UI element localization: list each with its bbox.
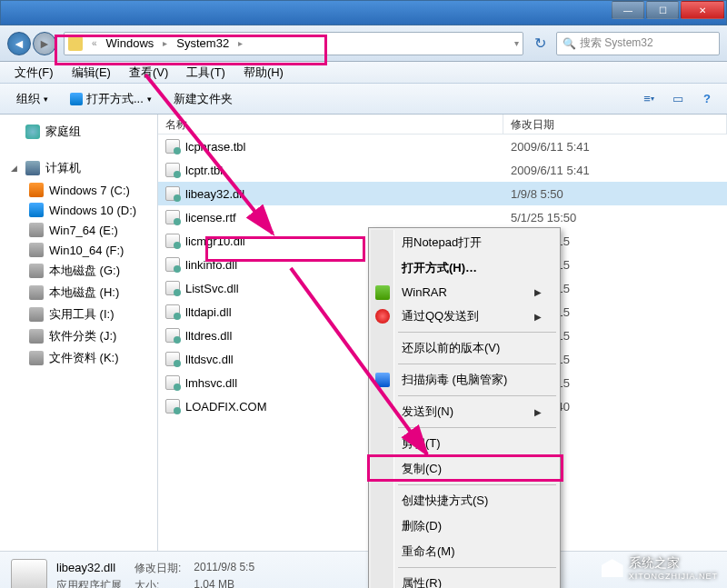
- sidebar-drive-item[interactable]: Windows 7 (C:): [0, 180, 157, 200]
- drive-icon: [29, 243, 44, 257]
- ctx-open-notepad[interactable]: 用Notepad打开: [371, 230, 558, 255]
- help-button[interactable]: ?: [694, 89, 720, 109]
- file-row[interactable]: license.rtf5/1/25 15:50: [158, 205, 727, 229]
- file-icon: [165, 281, 180, 295]
- breadcrumb-item[interactable]: System32: [173, 35, 233, 52]
- sidebar-computer[interactable]: ◢ 计算机: [0, 156, 157, 180]
- file-name: lltdsvc.dll: [185, 353, 234, 366]
- file-name: license.rtf: [185, 211, 236, 224]
- sidebar-drive-item[interactable]: Win10_64 (F:): [0, 240, 157, 260]
- close-button[interactable]: ✕: [681, 1, 724, 19]
- ctx-open-with[interactable]: 打开方式(H)…: [371, 255, 558, 281]
- menu-edit[interactable]: 编辑(E): [63, 63, 120, 83]
- column-date[interactable]: 修改日期: [503, 115, 727, 134]
- search-input[interactable]: 🔍 搜索 System32: [556, 32, 720, 55]
- chevron-right-icon: ▸: [233, 38, 248, 48]
- details-filename: libeay32.dll: [56, 561, 122, 576]
- menu-help[interactable]: 帮助(H): [234, 63, 293, 83]
- menu-tools[interactable]: 工具(T): [177, 63, 234, 83]
- sidebar-drive-item[interactable]: 软件分类 (J:): [0, 325, 157, 347]
- chevron-left-icon: «: [86, 38, 103, 48]
- dropdown-icon[interactable]: ▾: [514, 38, 519, 48]
- file-name: licmgr10.dll: [185, 234, 245, 248]
- file-icon: [165, 328, 180, 343]
- shield-icon: [375, 373, 390, 387]
- drive-icon: [29, 351, 44, 365]
- details-size: 1.04 MB: [194, 578, 254, 589]
- window-titlebar: — ☐ ✕: [0, 0, 727, 25]
- drive-label: Windows 7 (C:): [49, 184, 130, 197]
- ctx-scan-virus[interactable]: 扫描病毒 (电脑管家): [371, 367, 558, 393]
- file-row[interactable]: libeay32.dll1/9/8 5:50: [158, 182, 727, 205]
- drive-label: 文件资料 (K:): [49, 350, 119, 366]
- drive-icon: [29, 307, 44, 322]
- minimize-button[interactable]: —: [612, 1, 644, 19]
- ctx-copy[interactable]: 复制(C): [371, 456, 558, 482]
- ctx-restore-version[interactable]: 还原以前的版本(V): [371, 335, 558, 361]
- ctx-cut[interactable]: 剪切(T): [371, 431, 558, 456]
- file-name: linkinfo.dll: [185, 258, 237, 272]
- file-icon: [165, 234, 180, 248]
- ctx-delete[interactable]: 删除(D): [371, 513, 558, 539]
- refresh-button[interactable]: ↻: [529, 33, 551, 55]
- maximize-button[interactable]: ☐: [646, 1, 679, 19]
- ctx-winrar[interactable]: WinRAR▶: [371, 281, 558, 304]
- details-type: 应用程序扩展: [56, 578, 122, 589]
- file-icon: [165, 139, 180, 154]
- file-row[interactable]: lcptr.tbl2009/6/11 5:41: [158, 158, 727, 182]
- ctx-qq-send[interactable]: 通过QQ发送到▶: [371, 304, 558, 329]
- winrar-icon: [375, 285, 390, 300]
- column-name[interactable]: 名称: [158, 115, 503, 134]
- file-date: 5/1/25 15:50: [503, 211, 727, 224]
- sidebar-drive-item[interactable]: 实用工具 (I:): [0, 304, 157, 325]
- sidebar-drive-item[interactable]: Win7_64 (E:): [0, 220, 157, 240]
- ctx-create-shortcut[interactable]: 创建快捷方式(S): [371, 488, 558, 513]
- app-icon: [70, 93, 83, 105]
- drive-label: 本地磁盘 (H:): [49, 284, 119, 301]
- file-name: lcphrase.tbl: [185, 140, 245, 154]
- sidebar-drive-item[interactable]: 本地磁盘 (H:): [0, 282, 157, 304]
- sidebar-drive-item[interactable]: Windows 10 (D:): [0, 200, 157, 220]
- sidebar-drive-item[interactable]: 文件资料 (K:): [0, 347, 157, 369]
- search-icon: 🔍: [563, 37, 576, 50]
- submenu-arrow-icon: ▶: [534, 312, 542, 322]
- preview-pane-button[interactable]: ▭: [665, 89, 691, 109]
- file-name: LOADFIX.COM: [185, 400, 267, 414]
- view-options-button[interactable]: ≡ ▾: [636, 89, 662, 109]
- file-date: 1/9/8 5:50: [503, 187, 727, 201]
- navigation-pane: 家庭组 ◢ 计算机 Windows 7 (C:)Windows 10 (D:)W…: [0, 115, 158, 551]
- file-date: 2009/6/11 5:41: [503, 140, 727, 154]
- newfolder-button[interactable]: 新建文件夹: [164, 87, 242, 111]
- menu-view[interactable]: 查看(V): [120, 63, 177, 83]
- ctx-send-to[interactable]: 发送到(N)▶: [371, 399, 558, 424]
- file-icon: [165, 163, 180, 177]
- details-size-label: 大小:: [134, 578, 181, 589]
- computer-icon: [25, 161, 40, 175]
- file-name: lmhsvc.dll: [185, 376, 237, 390]
- sidebar-homegroup[interactable]: 家庭组: [0, 120, 157, 144]
- file-row[interactable]: lcphrase.tbl2009/6/11 5:41: [158, 135, 727, 158]
- sidebar-label: 计算机: [45, 160, 81, 176]
- toolbar: 组织 ▾ 打开方式... ▾ 新建文件夹 ≡ ▾ ▭ ?: [0, 84, 727, 115]
- ctx-properties[interactable]: 属性(R): [371, 571, 558, 588]
- sidebar-drive-item[interactable]: 本地磁盘 (G:): [0, 260, 157, 282]
- breadcrumb[interactable]: « Windows ▸ System32 ▸ ▾: [64, 32, 523, 55]
- forward-button[interactable]: ►: [33, 32, 56, 55]
- menu-file[interactable]: 文件(F): [5, 63, 63, 83]
- menu-bar: 文件(F) 编辑(E) 查看(V) 工具(T) 帮助(H): [0, 62, 727, 84]
- openwith-button[interactable]: 打开方式... ▾: [61, 87, 161, 111]
- ctx-rename[interactable]: 重命名(M): [371, 539, 558, 564]
- organize-button[interactable]: 组织 ▾: [7, 87, 57, 111]
- details-date-label: 修改日期:: [134, 561, 181, 576]
- back-button[interactable]: ◄: [7, 32, 31, 55]
- file-icon: [165, 352, 180, 366]
- file-name: lltdapi.dll: [185, 305, 232, 319]
- chevron-right-icon: ▸: [157, 38, 173, 48]
- file-icon: [165, 399, 180, 414]
- file-name: lltdres.dll: [185, 329, 232, 343]
- drive-icon: [29, 223, 44, 237]
- drive-label: Win10_64 (F:): [49, 244, 124, 257]
- breadcrumb-item[interactable]: Windows: [103, 35, 158, 52]
- drive-label: Windows 10 (D:): [49, 204, 136, 217]
- expand-icon: ◢: [11, 164, 20, 173]
